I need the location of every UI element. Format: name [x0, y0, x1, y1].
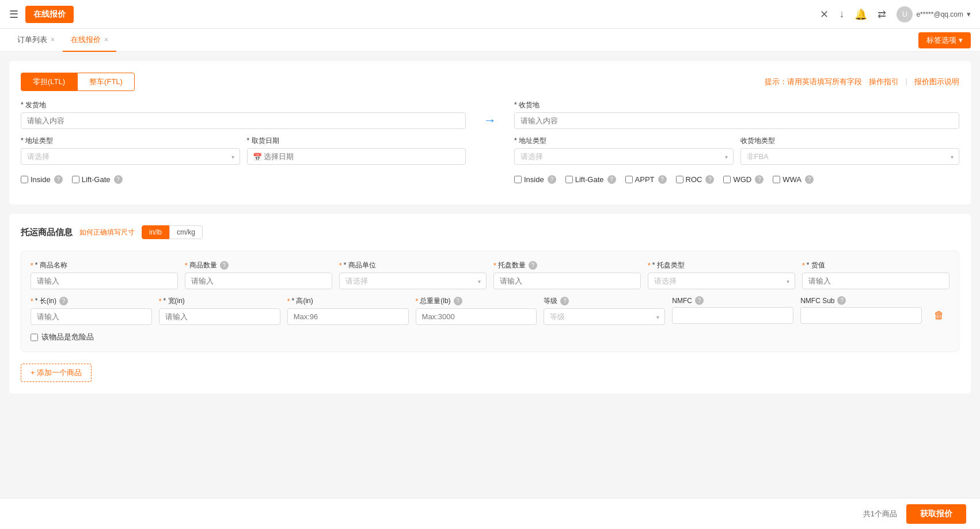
dest-type-select[interactable]: 请选择 [514, 148, 734, 165]
origin-type-date-row: * 地址类型 请选择 ▾ * 取货日期 📅 [21, 136, 466, 165]
online-quote-button[interactable]: 在线报价 [25, 6, 74, 23]
cargo-title: 托运商品信息 [21, 227, 73, 238]
dest-liftgate-label: Lift-Gate [575, 175, 604, 184]
item-pallet-type-group: * * 托盘类型 请选择 ▾ [648, 260, 795, 289]
origin-liftgate-help-icon[interactable]: ? [114, 175, 123, 184]
hint-demo-link[interactable]: 报价图示说明 [914, 77, 959, 87]
item-nmfc-sub-help-icon[interactable]: ? [837, 296, 846, 305]
footer-bar: 共1个商品 获取报价 [0, 498, 980, 500]
item-length-input[interactable] [31, 308, 152, 325]
user-info[interactable]: U e*****@qq.com ▾ [897, 6, 971, 22]
menu-icon[interactable]: ☰ [9, 8, 18, 21]
dest-appt-help-icon[interactable]: ? [658, 175, 667, 184]
item-name-input[interactable] [31, 273, 178, 289]
item-nmfc-group: NMFC ? [672, 296, 793, 325]
tab-online-quote[interactable]: 在线报价 × [63, 29, 116, 52]
dest-roc-checkbox[interactable] [676, 176, 683, 183]
item-height-input[interactable] [287, 308, 409, 325]
item-unit-label: * * 商品单位 [339, 260, 487, 270]
dest-wwa-label: WWA [783, 175, 802, 184]
origin-type-select[interactable]: 请选择 [21, 148, 240, 165]
hint-guide-link[interactable]: 操作指引 [869, 77, 899, 87]
pickup-date-input[interactable] [247, 148, 466, 165]
item-length-group: * * 长(in) ? [31, 296, 152, 325]
dest-wwa-checkbox[interactable] [773, 176, 780, 183]
item-weight-input[interactable] [416, 308, 537, 325]
item-qty-input[interactable] [185, 273, 332, 289]
item-nmfc-label: NMFC ? [672, 296, 793, 305]
tab-order-list-close[interactable]: × [51, 36, 55, 44]
exchange-icon[interactable]: ⇄ [878, 8, 886, 21]
shipping-form-card: 零担(LTL) 整车(FTL) 提示：请用英语填写所有字段 操作指引 | 报价图… [9, 61, 971, 205]
dest-input[interactable] [514, 112, 959, 129]
dest-wgd-help-icon[interactable]: ? [755, 175, 764, 184]
close-icon[interactable]: ✕ [820, 8, 829, 21]
user-email: e*****@qq.com [916, 10, 963, 18]
dest-checkboxes: Inside ? Lift-Gate ? APPT ? [514, 175, 959, 184]
dest-wgd-check[interactable]: WGD ? [723, 175, 764, 184]
bell-icon[interactable]: 🔔 [854, 8, 867, 21]
item-width-input[interactable] [159, 308, 280, 325]
origin-inside-check[interactable]: Inside ? [21, 175, 63, 184]
origin-liftgate-checkbox[interactable] [72, 176, 79, 183]
item-nmfc-input[interactable] [672, 307, 793, 324]
dest-group: * 收货地 [514, 100, 959, 129]
tabs-bar: 订单列表 × 在线报价 × 标签选项 ▾ [0, 29, 980, 52]
item-width-label: * * 宽(in) [159, 296, 280, 306]
item-nmfc-sub-input[interactable] [800, 307, 922, 324]
item-delete-icon[interactable]: 🗑 [934, 309, 944, 322]
dest-receive-select[interactable]: 非FBA [740, 148, 960, 165]
dest-wwa-check[interactable]: WWA ? [773, 175, 814, 184]
tab-order-list-label: 订单列表 [17, 35, 47, 45]
mode-tabs-left: 零担(LTL) 整车(FTL) [21, 73, 135, 91]
dest-appt-checkbox[interactable] [625, 176, 633, 183]
item-grade-select[interactable]: 等级 [544, 308, 665, 325]
dest-inside-check[interactable]: Inside ? [514, 175, 556, 184]
add-item-button[interactable]: + 添加一个商品 [21, 364, 92, 382]
dest-liftgate-check[interactable]: Lift-Gate ? [565, 175, 616, 184]
origin-inside-checkbox[interactable] [21, 176, 28, 183]
ftl-mode-button[interactable]: 整车(FTL) [77, 73, 135, 91]
unit-tabs: in/lb cm/kg [142, 225, 203, 239]
item-cargo-value-input[interactable] [802, 273, 949, 289]
dest-wwa-help-icon[interactable]: ? [805, 175, 814, 184]
cargo-size-link[interactable]: 如何正确填写尺寸 [79, 228, 135, 237]
item-pallet-type-select[interactable]: 请选择 [648, 273, 795, 289]
avatar: U [897, 6, 913, 22]
download-icon[interactable]: ↓ [839, 8, 844, 20]
dest-wgd-checkbox[interactable] [723, 176, 731, 183]
tab-online-quote-close[interactable]: × [104, 36, 108, 44]
tab-order-list[interactable]: 订单列表 × [9, 29, 63, 52]
unit-cmkg-button[interactable]: cm/kg [169, 225, 203, 239]
dest-inside-help-icon[interactable]: ? [548, 175, 556, 184]
dest-liftgate-checkbox[interactable] [565, 176, 573, 183]
cargo-section: 托运商品信息 如何正确填写尺寸 in/lb cm/kg * * 商品名称 [9, 214, 971, 394]
item-weight-help-icon[interactable]: ? [454, 297, 462, 305]
item-pallet-qty-help-icon[interactable]: ? [529, 261, 537, 270]
danger-checkbox[interactable] [31, 334, 38, 341]
item-weight-group: * 总重量(lb) ? [416, 296, 537, 325]
item-pallet-qty-input[interactable] [493, 273, 641, 289]
label-select-button[interactable]: 标签选项 ▾ [918, 32, 971, 48]
dest-roc-check[interactable]: ROC ? [676, 175, 715, 184]
dest-liftgate-help-icon[interactable]: ? [607, 175, 616, 184]
dest-appt-check[interactable]: APPT ? [625, 175, 667, 184]
item-nmfc-help-icon[interactable]: ? [695, 296, 704, 305]
dest-appt-label: APPT [635, 175, 655, 184]
item-unit-select[interactable]: 请选择 [339, 273, 487, 289]
origin-checkboxes: Inside ? Lift-Gate ? [21, 175, 466, 184]
dest-inside-checkbox[interactable] [514, 176, 522, 183]
arrow-middle: → [473, 100, 507, 128]
item-grade-help-icon[interactable]: ? [560, 297, 569, 305]
item-qty-help-icon[interactable]: ? [220, 261, 229, 270]
item-cargo-value-group: * * 货值 [802, 260, 949, 289]
dest-roc-help-icon[interactable]: ? [705, 175, 714, 184]
origin-input[interactable] [21, 112, 466, 129]
origin-liftgate-check[interactable]: Lift-Gate ? [72, 175, 123, 184]
origin-inside-help-icon[interactable]: ? [54, 175, 63, 184]
ltl-mode-button[interactable]: 零担(LTL) [21, 73, 77, 91]
item-length-help-icon[interactable]: ? [59, 297, 68, 305]
origin-type-group: * 地址类型 请选择 ▾ [21, 136, 240, 165]
unit-inlb-button[interactable]: in/lb [142, 225, 169, 239]
item-cargo-value-label: * * 货值 [802, 260, 949, 270]
